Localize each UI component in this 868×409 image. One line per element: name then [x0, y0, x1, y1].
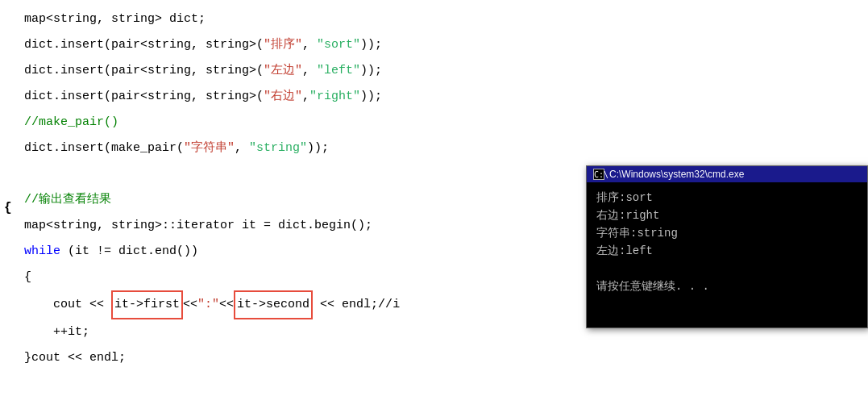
code-line-13: ++it; — [24, 319, 613, 345]
highlight-second: it->second — [234, 290, 313, 319]
cmd-output-3: 字符串:string — [596, 224, 858, 242]
highlight-first: it->first — [111, 290, 183, 319]
code-line-3: dict.insert(pair<string, string>("左边", "… — [24, 58, 613, 84]
cmd-content: 排序:sort 右边:right 字符串:string 左边:left 请按任意… — [587, 182, 867, 328]
left-brace: { — [4, 0, 12, 409]
cmd-output-2: 右边:right — [596, 207, 858, 224]
code-editor: { map<string, string> dict; dict.insert(… — [0, 0, 613, 409]
code-line-8: //输出查看结果 — [24, 187, 613, 213]
code-line-12: cout << it->first<<":"<<it->second << en… — [24, 290, 613, 319]
cmd-titlebar: C:\ C:\Windows\system32\cmd.exe — [587, 166, 867, 182]
code-line-9: map<string, string>::iterator it = dict.… — [24, 213, 613, 239]
cmd-output-1: 排序:sort — [596, 189, 858, 207]
cmd-output-6: 请按任意键继续. . . — [596, 278, 858, 295]
code-line-10: while (it != dict.end()) — [24, 239, 613, 265]
cmd-output-4: 左边:left — [596, 242, 858, 260]
cmd-output-5 — [596, 260, 858, 278]
code-line-14: }cout << endl; — [24, 345, 613, 371]
code-line-6: dict.insert(make_pair("字符串", "string")); — [24, 136, 613, 161]
code-line-4: dict.insert(pair<string, string>("右边","r… — [24, 84, 613, 110]
code-line-1: map<string, string> dict; — [24, 6, 613, 32]
cmd-window: C:\ C:\Windows\system32\cmd.exe 排序:sort … — [586, 165, 868, 328]
code-line-5: //make_pair() — [24, 110, 613, 136]
cmd-title: C:\Windows\system32\cmd.exe — [609, 169, 744, 180]
code-line-7 — [24, 161, 613, 187]
code-line-2: dict.insert(pair<string, string>("排序", "… — [24, 32, 613, 58]
cmd-icon: C:\ — [593, 169, 604, 180]
code-line-11: { — [24, 265, 613, 290]
